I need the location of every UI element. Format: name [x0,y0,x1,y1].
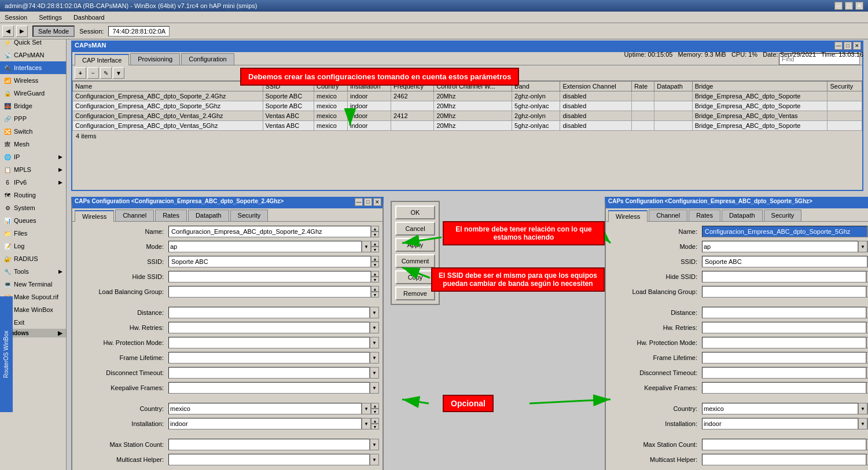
input-frame-right[interactable] [702,352,866,363]
disconnect-dropdown-left[interactable]: ▼ [370,367,379,379]
hw-prot-dropdown-left[interactable]: ▼ [370,337,379,348]
input-disconnect-left[interactable] [168,367,370,379]
input-hw-prot-right[interactable] [702,337,866,348]
col-band[interactable]: Band [512,82,560,91]
col-rate[interactable]: Rate [631,82,654,91]
safe-mode-button[interactable]: Safe Mode [32,25,75,37]
ok-button[interactable]: OK [395,205,435,219]
tab-cap-interface[interactable]: CAP Interface [75,54,129,65]
table-row[interactable]: Configuracion_Empresa_ABC_dpto_Ventas_2.… [73,111,862,121]
cancel-button[interactable]: Cancel [395,222,435,236]
sidebar-item-bridge[interactable]: 🌉 Bridge [0,100,66,112]
tab-datapath-left[interactable]: Datapath [188,210,229,221]
sidebar-item-mpls[interactable]: 📋 MPLS ▶ [0,163,66,176]
edit-button[interactable]: ✎ [100,67,112,79]
sidebar-item-tools[interactable]: 🔧 Tools ▶ [0,265,66,278]
sidebar-item-wireguard[interactable]: 🔒 WireGuard [0,87,66,100]
input-name-left[interactable] [168,226,371,237]
tab-security-right[interactable]: Security [764,210,802,221]
input-disconnect-right[interactable] [702,367,866,379]
frame-dropdown-left[interactable]: ▼ [370,352,379,363]
tab-channel-left[interactable]: Channel [115,210,154,221]
input-ssid-left[interactable] [168,256,371,267]
apply-button[interactable]: Apply [395,238,435,252]
col-name[interactable]: Name [73,82,263,91]
input-name-right[interactable] [702,226,867,237]
capsman-maximize-btn[interactable]: □ [844,42,852,50]
tab-security-left[interactable]: Security [230,210,269,221]
tab-configuration[interactable]: Configuration [181,53,234,65]
sidebar-item-ip[interactable]: 🌐 IP ▶ [0,150,66,163]
input-distance-right[interactable] [702,307,866,318]
input-multicast-left[interactable] [168,454,370,465]
sidebar-item-routing[interactable]: 🗺 Routing [0,189,66,201]
col-install[interactable]: Installation [347,82,391,91]
back-button[interactable]: ◀ [2,25,14,37]
input-hw-prot-left[interactable] [168,337,370,348]
filter-button[interactable]: ▼ [113,67,124,79]
col-security[interactable]: Security [827,82,862,91]
maximize-button[interactable]: □ [845,2,853,10]
multicast-dropdown-left[interactable]: ▼ [370,454,379,465]
comment-button[interactable]: Comment [395,254,435,268]
max-station-dropdown-left[interactable]: ▼ [370,439,379,450]
col-ssid[interactable]: SSID [263,82,314,91]
remove-button[interactable]: Remove [395,287,435,300]
country-dropdown-right[interactable]: ▼ [858,403,867,414]
remove-button[interactable]: − [87,67,99,79]
input-hide-ssid-left[interactable] [168,271,371,282]
add-button[interactable]: + [75,67,86,79]
sidebar-item-switch[interactable]: 🔀 Switch [0,125,66,138]
sidebar-item-wireless[interactable]: 📶 Wireless [0,74,66,87]
tab-rates-left[interactable]: Rates [155,210,187,221]
input-keepalive-left[interactable] [168,382,370,394]
input-lb-group-left[interactable] [168,286,371,298]
sidebar-item-interfaces[interactable]: 🔌 Interfaces [0,61,66,74]
input-install-left[interactable] [168,418,362,429]
col-ctrl-ch[interactable]: Control Channel W... [434,82,512,91]
input-hw-retries-left[interactable] [168,322,370,333]
input-country-right[interactable] [702,403,858,414]
minimize-button[interactable]: — [834,2,843,10]
input-country-left[interactable] [168,403,362,414]
copy-button[interactable]: Copy [395,270,435,284]
input-mode-left[interactable] [168,241,362,252]
tab-wireless-left[interactable]: Wireless [75,210,114,222]
sidebar-item-ppp[interactable]: 🔗 PPP [0,112,66,125]
forward-button[interactable]: ▶ [16,25,28,37]
sidebar-item-log[interactable]: 📝 Log [0,240,66,252]
sidebar-item-files[interactable]: 📁 Files [0,227,66,240]
menu-session[interactable]: Session [2,13,30,22]
col-country[interactable]: Country [314,82,348,91]
sidebar-item-capsman[interactable]: 📡 CAPsMAN [0,49,66,61]
sidebar-item-ipv6[interactable]: 6️ IPv6 ▶ [0,176,66,189]
distance-dropdown-left[interactable]: ▼ [370,307,379,318]
mode-dropdown-right[interactable]: ▼ [858,241,867,252]
dlg-left-close[interactable]: ✕ [373,198,381,206]
menu-settings[interactable]: Settings [36,13,64,22]
tab-provisioning[interactable]: Provisioning [130,53,180,65]
tab-channel-right[interactable]: Channel [649,210,687,221]
table-row[interactable]: Configuracion_Empresa_ABC_dpto_Soporte_5… [73,101,862,111]
input-multicast-right[interactable] [702,454,866,465]
input-hide-ssid-right[interactable] [702,271,866,282]
col-bridge[interactable]: Bridge [692,82,827,91]
capsman-close-btn[interactable]: ✕ [853,42,861,50]
input-distance-left[interactable] [168,307,370,318]
col-ext-ch[interactable]: Extension Channel [560,82,632,91]
sidebar-item-new-terminal[interactable]: 💻 New Terminal [0,278,66,291]
close-button[interactable]: ✕ [855,2,863,10]
sidebar-item-queues[interactable]: 📊 Queues [0,214,66,227]
country-dropdown-left[interactable]: ▼ [362,403,371,414]
keepalive-dropdown-left[interactable]: ▼ [370,382,379,394]
tab-wireless-right[interactable]: Wireless [608,210,648,222]
sidebar-item-system[interactable]: ⚙ System [0,201,66,214]
tab-datapath-right[interactable]: Datapath [722,210,763,221]
table-row[interactable]: Configuracion_Empresa_ABC_dpto_Soporte_2… [73,91,862,101]
sidebar-item-mesh[interactable]: 🕸 Mesh [0,138,66,150]
sidebar-item-radius[interactable]: 🔐 RADIUS [0,252,66,265]
input-mode-right[interactable] [702,241,858,252]
col-datapath[interactable]: Datapath [654,82,692,91]
input-max-station-right[interactable] [702,439,866,450]
input-keepalive-right[interactable] [702,382,866,394]
